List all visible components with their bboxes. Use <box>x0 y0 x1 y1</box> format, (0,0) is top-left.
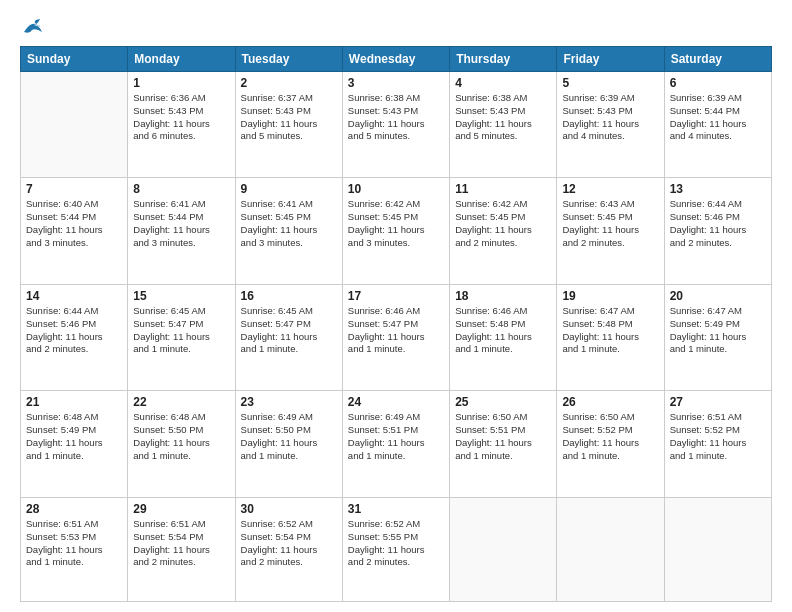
day-number: 4 <box>455 76 551 90</box>
logo <box>20 18 44 36</box>
calendar-cell: 21Sunrise: 6:48 AM Sunset: 5:49 PM Dayli… <box>21 391 128 497</box>
day-info: Sunrise: 6:37 AM Sunset: 5:43 PM Dayligh… <box>241 92 337 143</box>
day-number: 6 <box>670 76 766 90</box>
day-number: 29 <box>133 502 229 516</box>
day-info: Sunrise: 6:39 AM Sunset: 5:43 PM Dayligh… <box>562 92 658 143</box>
day-info: Sunrise: 6:52 AM Sunset: 5:55 PM Dayligh… <box>348 518 444 569</box>
day-number: 22 <box>133 395 229 409</box>
day-number: 9 <box>241 182 337 196</box>
day-number: 3 <box>348 76 444 90</box>
calendar-cell: 3Sunrise: 6:38 AM Sunset: 5:43 PM Daylig… <box>342 72 449 178</box>
calendar-day-header: Monday <box>128 47 235 72</box>
day-number: 8 <box>133 182 229 196</box>
day-info: Sunrise: 6:39 AM Sunset: 5:44 PM Dayligh… <box>670 92 766 143</box>
day-info: Sunrise: 6:51 AM Sunset: 5:53 PM Dayligh… <box>26 518 122 569</box>
day-number: 27 <box>670 395 766 409</box>
day-number: 1 <box>133 76 229 90</box>
calendar-cell: 29Sunrise: 6:51 AM Sunset: 5:54 PM Dayli… <box>128 497 235 601</box>
day-info: Sunrise: 6:40 AM Sunset: 5:44 PM Dayligh… <box>26 198 122 249</box>
day-info: Sunrise: 6:48 AM Sunset: 5:49 PM Dayligh… <box>26 411 122 462</box>
day-number: 14 <box>26 289 122 303</box>
day-info: Sunrise: 6:38 AM Sunset: 5:43 PM Dayligh… <box>455 92 551 143</box>
calendar-day-header: Wednesday <box>342 47 449 72</box>
day-info: Sunrise: 6:52 AM Sunset: 5:54 PM Dayligh… <box>241 518 337 569</box>
day-number: 13 <box>670 182 766 196</box>
calendar-cell: 15Sunrise: 6:45 AM Sunset: 5:47 PM Dayli… <box>128 284 235 390</box>
day-number: 11 <box>455 182 551 196</box>
calendar-cell: 20Sunrise: 6:47 AM Sunset: 5:49 PM Dayli… <box>664 284 771 390</box>
calendar-cell: 12Sunrise: 6:43 AM Sunset: 5:45 PM Dayli… <box>557 178 664 284</box>
calendar-cell: 11Sunrise: 6:42 AM Sunset: 5:45 PM Dayli… <box>450 178 557 284</box>
calendar-page: SundayMondayTuesdayWednesdayThursdayFrid… <box>0 0 792 612</box>
day-info: Sunrise: 6:51 AM Sunset: 5:54 PM Dayligh… <box>133 518 229 569</box>
calendar-week-row: 7Sunrise: 6:40 AM Sunset: 5:44 PM Daylig… <box>21 178 772 284</box>
day-number: 31 <box>348 502 444 516</box>
calendar-cell: 18Sunrise: 6:46 AM Sunset: 5:48 PM Dayli… <box>450 284 557 390</box>
day-number: 10 <box>348 182 444 196</box>
day-number: 15 <box>133 289 229 303</box>
calendar-cell: 22Sunrise: 6:48 AM Sunset: 5:50 PM Dayli… <box>128 391 235 497</box>
day-info: Sunrise: 6:43 AM Sunset: 5:45 PM Dayligh… <box>562 198 658 249</box>
calendar-cell: 4Sunrise: 6:38 AM Sunset: 5:43 PM Daylig… <box>450 72 557 178</box>
calendar-week-row: 21Sunrise: 6:48 AM Sunset: 5:49 PM Dayli… <box>21 391 772 497</box>
calendar-day-header: Saturday <box>664 47 771 72</box>
calendar-day-header: Tuesday <box>235 47 342 72</box>
header <box>20 18 772 36</box>
day-number: 7 <box>26 182 122 196</box>
calendar-cell <box>450 497 557 601</box>
calendar-cell: 27Sunrise: 6:51 AM Sunset: 5:52 PM Dayli… <box>664 391 771 497</box>
day-number: 28 <box>26 502 122 516</box>
day-number: 19 <box>562 289 658 303</box>
calendar-cell <box>21 72 128 178</box>
logo-bird-icon <box>22 18 44 36</box>
calendar-cell: 24Sunrise: 6:49 AM Sunset: 5:51 PM Dayli… <box>342 391 449 497</box>
day-info: Sunrise: 6:44 AM Sunset: 5:46 PM Dayligh… <box>670 198 766 249</box>
calendar-cell: 23Sunrise: 6:49 AM Sunset: 5:50 PM Dayli… <box>235 391 342 497</box>
day-number: 12 <box>562 182 658 196</box>
day-number: 5 <box>562 76 658 90</box>
calendar-week-row: 28Sunrise: 6:51 AM Sunset: 5:53 PM Dayli… <box>21 497 772 601</box>
calendar-cell: 7Sunrise: 6:40 AM Sunset: 5:44 PM Daylig… <box>21 178 128 284</box>
day-number: 16 <box>241 289 337 303</box>
day-number: 20 <box>670 289 766 303</box>
day-info: Sunrise: 6:42 AM Sunset: 5:45 PM Dayligh… <box>455 198 551 249</box>
day-info: Sunrise: 6:44 AM Sunset: 5:46 PM Dayligh… <box>26 305 122 356</box>
calendar-cell: 2Sunrise: 6:37 AM Sunset: 5:43 PM Daylig… <box>235 72 342 178</box>
day-info: Sunrise: 6:42 AM Sunset: 5:45 PM Dayligh… <box>348 198 444 249</box>
calendar-cell <box>557 497 664 601</box>
calendar-cell: 5Sunrise: 6:39 AM Sunset: 5:43 PM Daylig… <box>557 72 664 178</box>
day-number: 18 <box>455 289 551 303</box>
day-info: Sunrise: 6:41 AM Sunset: 5:45 PM Dayligh… <box>241 198 337 249</box>
day-info: Sunrise: 6:47 AM Sunset: 5:49 PM Dayligh… <box>670 305 766 356</box>
calendar-cell: 9Sunrise: 6:41 AM Sunset: 5:45 PM Daylig… <box>235 178 342 284</box>
calendar-week-row: 14Sunrise: 6:44 AM Sunset: 5:46 PM Dayli… <box>21 284 772 390</box>
day-number: 17 <box>348 289 444 303</box>
day-info: Sunrise: 6:38 AM Sunset: 5:43 PM Dayligh… <box>348 92 444 143</box>
calendar-cell: 30Sunrise: 6:52 AM Sunset: 5:54 PM Dayli… <box>235 497 342 601</box>
calendar-cell: 25Sunrise: 6:50 AM Sunset: 5:51 PM Dayli… <box>450 391 557 497</box>
calendar-cell: 16Sunrise: 6:45 AM Sunset: 5:47 PM Dayli… <box>235 284 342 390</box>
calendar-day-header: Friday <box>557 47 664 72</box>
day-info: Sunrise: 6:41 AM Sunset: 5:44 PM Dayligh… <box>133 198 229 249</box>
day-number: 25 <box>455 395 551 409</box>
day-info: Sunrise: 6:47 AM Sunset: 5:48 PM Dayligh… <box>562 305 658 356</box>
day-info: Sunrise: 6:49 AM Sunset: 5:51 PM Dayligh… <box>348 411 444 462</box>
day-number: 23 <box>241 395 337 409</box>
day-number: 2 <box>241 76 337 90</box>
day-number: 24 <box>348 395 444 409</box>
calendar-cell: 31Sunrise: 6:52 AM Sunset: 5:55 PM Dayli… <box>342 497 449 601</box>
day-info: Sunrise: 6:36 AM Sunset: 5:43 PM Dayligh… <box>133 92 229 143</box>
calendar-cell: 1Sunrise: 6:36 AM Sunset: 5:43 PM Daylig… <box>128 72 235 178</box>
calendar-cell: 8Sunrise: 6:41 AM Sunset: 5:44 PM Daylig… <box>128 178 235 284</box>
day-info: Sunrise: 6:50 AM Sunset: 5:52 PM Dayligh… <box>562 411 658 462</box>
calendar-cell: 17Sunrise: 6:46 AM Sunset: 5:47 PM Dayli… <box>342 284 449 390</box>
calendar-day-header: Thursday <box>450 47 557 72</box>
day-info: Sunrise: 6:45 AM Sunset: 5:47 PM Dayligh… <box>133 305 229 356</box>
day-info: Sunrise: 6:50 AM Sunset: 5:51 PM Dayligh… <box>455 411 551 462</box>
day-info: Sunrise: 6:45 AM Sunset: 5:47 PM Dayligh… <box>241 305 337 356</box>
day-info: Sunrise: 6:49 AM Sunset: 5:50 PM Dayligh… <box>241 411 337 462</box>
day-info: Sunrise: 6:46 AM Sunset: 5:47 PM Dayligh… <box>348 305 444 356</box>
day-info: Sunrise: 6:51 AM Sunset: 5:52 PM Dayligh… <box>670 411 766 462</box>
calendar-cell: 28Sunrise: 6:51 AM Sunset: 5:53 PM Dayli… <box>21 497 128 601</box>
calendar-cell: 13Sunrise: 6:44 AM Sunset: 5:46 PM Dayli… <box>664 178 771 284</box>
